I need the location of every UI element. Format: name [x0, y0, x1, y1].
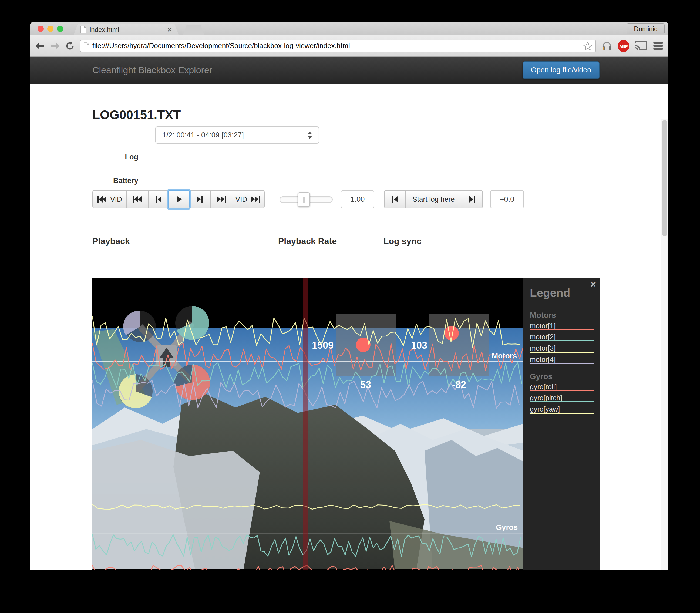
log-sync-offset-input[interactable]: +0.0 [490, 190, 524, 208]
sync-back-button[interactable] [384, 190, 406, 208]
skip-to-end-icon [250, 196, 260, 203]
playhead-marker[interactable] [303, 278, 308, 570]
legend-title: Legend [530, 287, 570, 299]
right-stick-value2: -82 [452, 379, 466, 390]
url-bar[interactable]: file:///Users/hydra/Documents/Developmen… [80, 40, 596, 52]
left-stick-value2: 53 [360, 379, 371, 390]
playback-heading: Playback [92, 236, 130, 246]
vid-forward-label: VID [235, 195, 247, 204]
log-label: Log [71, 153, 138, 161]
sync-step-forward-icon [469, 196, 476, 203]
reload-icon[interactable] [65, 41, 75, 51]
playback-rate-input[interactable]: 1.00 [341, 190, 374, 208]
bookmark-star-icon[interactable] [583, 42, 592, 50]
open-log-file-label: Open log file/video [531, 66, 592, 74]
fast-forward-icon [216, 196, 226, 203]
vid-back-label: VID [110, 195, 122, 204]
left-stick-value: 1509 [312, 340, 334, 351]
log-viewer-canvas[interactable]: 1509 103 53 -82 Motors Gyros 01:32.875 #… [92, 278, 523, 570]
tab-index-html[interactable]: index.html × [74, 24, 179, 35]
minimize-window-button[interactable] [47, 26, 53, 32]
legend-item-motor3[interactable]: motor[3] [530, 344, 594, 352]
playback-rate-slider-handle[interactable] [298, 192, 310, 207]
jump-to-video-end-button[interactable]: VID [231, 190, 265, 208]
app-header: Cleanflight Blackbox Explorer Open log f… [30, 57, 669, 84]
playback-rate-heading: Playback Rate [278, 236, 337, 246]
profile-name: Dominic [634, 25, 657, 33]
motors-group-label: Motors [492, 352, 517, 360]
browser-window: index.html × Dominic file:///Users/hydr [30, 22, 669, 570]
legend-line-motor3 [530, 352, 594, 353]
forward-icon[interactable] [50, 42, 60, 50]
select-spinner-icon [307, 131, 312, 139]
profile-button[interactable]: Dominic [626, 24, 665, 34]
legend-item-motor2[interactable]: motor[2] [530, 333, 594, 341]
battery-label: Battery [71, 177, 138, 185]
browser-toolbar: file:///Users/hydra/Documents/Developmen… [30, 35, 669, 57]
zoom-window-button[interactable] [57, 26, 63, 32]
play-icon [176, 196, 182, 203]
jump-forward-button[interactable] [210, 190, 231, 208]
log-sync-heading: Log sync [384, 236, 421, 246]
tab-title: index.html [90, 26, 164, 34]
open-log-file-button[interactable]: Open log file/video [522, 61, 599, 79]
log-select-value: 1/2: 00:41 - 04:09 [03:27] [162, 131, 244, 139]
playback-rate-value: 1.00 [351, 195, 365, 204]
log-sync-offset-value: +0.0 [500, 195, 514, 204]
legend-gyros-heading: Gyros [530, 372, 553, 381]
step-forward-icon [197, 196, 203, 203]
playback-button-group: VID [92, 190, 265, 208]
url-favicon-icon [84, 42, 89, 49]
legend-motors-heading: Motors [530, 311, 556, 320]
legend-line-gyro-yaw [530, 413, 594, 414]
legend-line-motor1 [530, 329, 594, 330]
start-log-here-button[interactable]: Start log here [405, 190, 462, 208]
cast-icon[interactable] [635, 41, 647, 51]
left-stick-dot [356, 338, 371, 352]
scrollbar-thumb[interactable] [662, 120, 667, 236]
sync-step-back-icon [392, 196, 398, 203]
close-window-button[interactable] [38, 26, 44, 32]
log-select[interactable]: 1/2: 00:41 - 04:09 [03:27] [155, 126, 319, 144]
log-filename-heading: LOG00151.TXT [92, 107, 181, 122]
new-tab-button[interactable] [183, 25, 205, 35]
slider-grip-icon [303, 197, 304, 203]
legend-item-gyro-yaw[interactable]: gyro[yaw] [530, 405, 594, 414]
tab-close-icon[interactable]: × [167, 26, 172, 34]
start-log-here-label: Start log here [412, 195, 454, 204]
jump-to-video-start-button[interactable]: VID [92, 190, 127, 208]
page-scrollbar[interactable] [661, 119, 669, 570]
legend-item-gyro-pitch[interactable]: gyro[pitch] [530, 394, 594, 402]
legend-close-icon[interactable]: × [591, 279, 596, 289]
svg-text:ABP: ABP [619, 44, 628, 49]
gyros-group-label: Gyros [496, 523, 518, 532]
right-stick-value: 103 [411, 340, 427, 351]
legend-item-motor4[interactable]: motor[4] [530, 355, 594, 364]
app-title: Cleanflight Blackbox Explorer [92, 65, 212, 75]
back-icon[interactable] [35, 42, 45, 50]
step-forward-button[interactable] [189, 190, 211, 208]
legend-line-gyro-pitch [530, 401, 594, 402]
step-back-button[interactable] [148, 190, 169, 208]
legend-line-motor2 [530, 340, 594, 341]
headphones-extension-icon[interactable] [601, 40, 612, 51]
tab-strip: index.html × Dominic [30, 22, 669, 35]
skip-to-start-icon [97, 196, 107, 203]
jump-back-button[interactable] [126, 190, 149, 208]
legend-panel: × Legend Motors motor[1] motor[2] motor[… [523, 278, 600, 570]
step-back-icon [155, 196, 162, 203]
url-text: file:///Users/hydra/Documents/Developmen… [92, 42, 580, 50]
legend-line-motor4 [530, 363, 594, 364]
legend-item-motor1[interactable]: motor[1] [530, 322, 594, 330]
legend-line-gyro-roll [530, 390, 594, 391]
play-button[interactable] [168, 190, 190, 208]
menu-icon[interactable] [653, 42, 663, 50]
rewind-icon [133, 196, 143, 203]
log-sync-button-group: Start log here [384, 190, 483, 208]
page-favicon-icon [80, 26, 87, 34]
page-content: LOG00151.TXT Log 1/2: 00:41 - 04:09 [03:… [30, 84, 669, 570]
sync-forward-button[interactable] [462, 190, 483, 208]
screen: index.html × Dominic file:///Users/hydr [0, 0, 700, 613]
abp-extension-icon[interactable]: ABP [618, 40, 630, 52]
